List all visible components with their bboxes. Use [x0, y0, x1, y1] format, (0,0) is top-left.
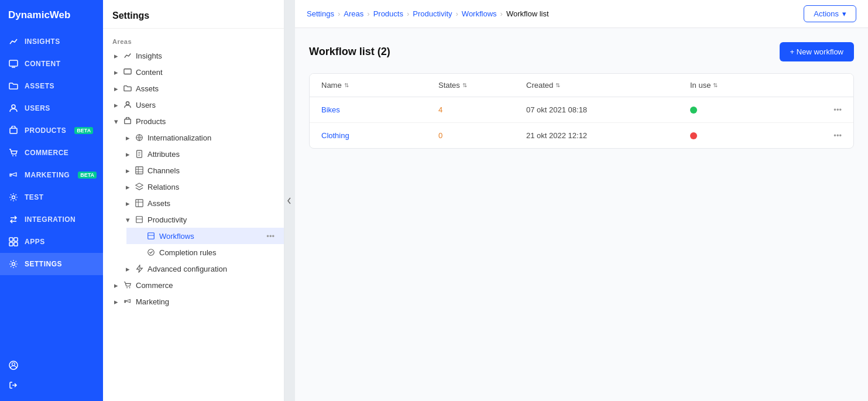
breadcrumb-settings[interactable]: Settings [307, 9, 334, 18]
svg-rect-10 [14, 242, 18, 246]
arrows-icon [8, 214, 19, 225]
nav-bottom [0, 349, 103, 401]
settings-panel: Settings Areas ▸ Insights ▸ Content ▸ As… [103, 0, 284, 401]
svg-rect-3 [10, 128, 17, 133]
breadcrumb-productivity[interactable]: Productivity [413, 9, 452, 18]
marketing-beta-badge: BETA [78, 172, 97, 179]
productivity-icon [135, 215, 144, 224]
logout-icon [8, 380, 19, 390]
tree-item-marketing[interactable]: ▸ Marketing [103, 293, 284, 310]
chevron-down-icon: ▾ [124, 216, 131, 223]
workflow-content-area: Workflow list (2) + New workflow Name ⇅ … [295, 28, 868, 401]
layers-icon [135, 182, 144, 191]
left-sidebar: DynamicWeb INSIGHTS CONTENT ASSETS USERS [0, 0, 103, 401]
svg-point-11 [12, 263, 15, 266]
tree-item-commerce[interactable]: ▸ Commerce [103, 277, 284, 293]
sep2: › [367, 9, 369, 18]
tree-item-completion-rules[interactable]: ▸ Completion rules [126, 244, 284, 261]
sort-icon: ⇅ [713, 82, 718, 88]
sidebar-item-marketing[interactable]: MARKETING BETA [0, 164, 103, 186]
insights-tree-icon [123, 51, 132, 60]
assets-tree-icon [123, 84, 132, 93]
sort-icon: ⇅ [344, 82, 349, 88]
main-content: Settings › Areas › Products › Productivi… [295, 0, 868, 401]
chevron-right-icon: ▸ [124, 150, 131, 157]
top-bar: Settings › Areas › Products › Productivi… [295, 0, 868, 28]
sidebar-item-commerce[interactable]: COMMERCE [0, 142, 103, 164]
new-workflow-button[interactable]: + New workflow [780, 42, 854, 61]
svg-rect-26 [136, 200, 143, 207]
svg-rect-7 [9, 238, 13, 241]
tree-item-assets2[interactable]: ▸ Assets [115, 195, 284, 211]
content-tree-icon [123, 67, 132, 77]
chevron-right-icon: ▸ [112, 68, 119, 76]
sidebar-item-users[interactable]: USERS [0, 97, 103, 119]
workflows-more-icon[interactable]: ••• [266, 232, 275, 241]
row-bikes-name[interactable]: Bikes [321, 105, 438, 114]
sort-icon: ⇅ [555, 82, 560, 88]
sidebar-item-logout[interactable] [0, 375, 103, 395]
gear-icon [8, 192, 19, 203]
col-states[interactable]: States ⇅ [438, 81, 526, 90]
products-beta-badge: BETA [74, 127, 93, 134]
svg-point-5 [15, 155, 16, 156]
sep1: › [338, 9, 340, 18]
row-clothing-name[interactable]: Clothing [321, 131, 438, 140]
sep3: › [407, 9, 409, 18]
app-logo: DynamicWeb [0, 0, 103, 30]
tree-item-productivity[interactable]: ▾ Productivity [115, 211, 284, 228]
tree-item-advanced-config[interactable]: ▸ Advanced configuration [115, 261, 284, 277]
monitor-icon [8, 59, 19, 69]
row-clothing-states: 0 [438, 131, 526, 140]
tree-item-content[interactable]: ▸ Content [103, 64, 284, 80]
actions-button[interactable]: Actions ▾ [804, 5, 856, 22]
row-bikes-created: 07 okt 2021 08:18 [526, 105, 690, 114]
sidebar-item-apps[interactable]: APPS [0, 231, 103, 253]
tree-item-internationalization[interactable]: ▸ Internationalization [115, 129, 284, 146]
breadcrumb-areas[interactable]: Areas [344, 9, 363, 18]
col-inuse[interactable]: In use ⇅ [690, 81, 818, 90]
workflow-icon [146, 231, 156, 241]
page-title: Workflow list (2) [309, 46, 390, 58]
tree-item-insights[interactable]: ▸ Insights [103, 47, 284, 64]
breadcrumb-current: Workflow list [506, 9, 549, 18]
settings-title: Settings [103, 0, 284, 29]
col-name[interactable]: Name ⇅ [321, 81, 438, 90]
nav-items: INSIGHTS CONTENT ASSETS USERS PRODUCTS [0, 30, 103, 349]
chevron-right-icon: ▸ [112, 298, 119, 305]
sidebar-item-content[interactable]: CONTENT [0, 53, 103, 75]
row-clothing-more[interactable]: ••• [818, 131, 842, 140]
breadcrumb: Settings › Areas › Products › Productivi… [307, 9, 549, 18]
tree-item-channels[interactable]: ▸ Channels [115, 162, 284, 179]
svg-rect-16 [125, 119, 131, 124]
sidebar-item-assets[interactable]: ASSETS [0, 75, 103, 97]
chevron-right-icon: ▸ [112, 85, 119, 92]
collapse-panel-button[interactable] [284, 0, 295, 401]
tree-item-products[interactable]: ▾ Products [103, 113, 284, 129]
channels-icon [135, 166, 144, 175]
users-tree-icon [123, 100, 132, 109]
status-inactive-icon [690, 132, 697, 139]
col-created[interactable]: Created ⇅ [526, 81, 690, 90]
sidebar-item-insights[interactable]: INSIGHTS [0, 30, 103, 53]
chevron-right-icon: ▸ [124, 265, 131, 272]
breadcrumb-workflows[interactable]: Workflows [462, 9, 497, 18]
svg-point-15 [126, 102, 129, 105]
chevron-right-icon: ▸ [124, 167, 131, 174]
sidebar-item-profile[interactable] [0, 355, 103, 375]
breadcrumb-products[interactable]: Products [373, 9, 403, 18]
tree-item-users[interactable]: ▸ Users [103, 97, 284, 113]
sidebar-item-test[interactable]: TEST [0, 186, 103, 208]
doc-icon [135, 149, 144, 159]
tree-item-workflows[interactable]: ▸ Workflows ••• [126, 228, 284, 244]
tree-item-attributes[interactable]: ▸ Attributes [115, 146, 284, 162]
tree-item-relations[interactable]: ▸ Relations [115, 179, 284, 195]
sidebar-item-settings[interactable]: SETTINGS [0, 253, 103, 275]
tree-item-assets[interactable]: ▸ Assets [103, 80, 284, 97]
grid-icon [8, 237, 19, 247]
row-bikes-more[interactable]: ••• [818, 105, 842, 114]
sidebar-item-products[interactable]: PRODUCTS BETA [0, 119, 103, 142]
row-clothing-created: 21 okt 2022 12:12 [526, 131, 690, 140]
assets2-icon [135, 198, 144, 208]
sidebar-item-integration[interactable]: INTEGRATION [0, 208, 103, 231]
